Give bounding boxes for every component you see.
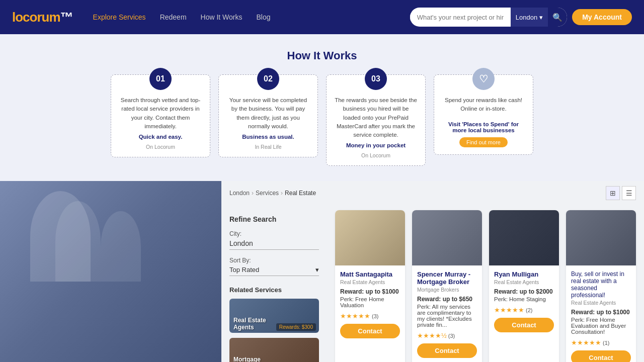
step-4-badge: ♡ [472, 68, 495, 90]
listing-perk-2: Perk: All my services are complimentary … [417, 304, 477, 328]
stars-row-4: ★★★★★ (1) [571, 339, 631, 346]
listing-photo-1 [335, 210, 405, 265]
listing-body-3: Ryan Mulligan Real Estate Agents Reward:… [489, 265, 559, 336]
listing-reward-4: Reward: up to $1000 [571, 309, 631, 316]
review-count-4: (1) [603, 340, 609, 346]
nav-blog[interactable]: Blog [257, 13, 271, 21]
step-1-badge: 01 [149, 68, 172, 90]
stars-row-3: ★★★★★ (2) [494, 306, 554, 314]
listing-reward-2: Reward: up to $650 [417, 296, 477, 303]
body-section: HOUSEFOR SALE SOLD Real Estate London › … [0, 181, 644, 362]
step-3-highlight: Money in your pocket [346, 142, 406, 148]
step-2-text: Your service will be completed by the bu… [226, 96, 310, 131]
chevron-down-icon: ▾ [539, 14, 543, 21]
step-3-card: 03 The rewards you see beside the busine… [326, 74, 426, 166]
related-card-reward-1: Rewards: $300 [276, 323, 316, 331]
listing-name-1: Matt Santagapita [340, 270, 400, 278]
right-panel: London › Services › Real Estate ⊞ ☰ Refi… [221, 181, 644, 362]
nav-how-it-works[interactable]: How It Works [201, 13, 243, 21]
listing-photo-2 [412, 210, 482, 265]
related-card-mortgage[interactable]: Mortgage Brokers Rewards: $450 [229, 338, 319, 362]
breadcrumb-london[interactable]: London [229, 190, 250, 197]
step-2-badge: 02 [257, 68, 279, 90]
step-4-text: Spend your rewards like cash! Online or … [441, 96, 526, 118]
listing-body-4: Buy, sell or invest in real estate with … [566, 265, 636, 362]
sort-select[interactable]: Top Rated ▾ [229, 266, 319, 276]
listing-card-4: Buy, sell or invest in real estate with … [566, 210, 636, 362]
stars-1: ★★★★★ [340, 312, 370, 320]
chevron-down-icon: ▾ [315, 266, 319, 274]
stars-2: ★★★★½ [417, 332, 447, 339]
review-count-1: (3) [372, 313, 378, 319]
find-out-more-button[interactable]: Find out more [459, 137, 508, 147]
listing-name-2: Spencer Murray - Mortgage Broker [417, 270, 477, 286]
listing-perk-4: Perk: Free Home Evaluation and Buyer Con… [571, 317, 631, 335]
breadcrumb-current: Real Estate [285, 190, 316, 197]
step-3-text: The rewards you see beside the business … [334, 96, 418, 139]
listing-body-1: Matt Santagapita Real Estate Agents Rewa… [335, 265, 405, 342]
contact-button-1[interactable]: Contact [340, 324, 400, 338]
breadcrumb: London › Services › Real Estate ⊞ ☰ [221, 181, 644, 200]
related-card-label-2: Mortgage Brokers [229, 354, 276, 362]
search-bar: London ▾ 🔍 [410, 8, 567, 27]
sort-label: Sort By: [229, 257, 319, 264]
listing-category-2: Mortgage Brokers [417, 287, 477, 293]
step-4-card: ♡ Spend your rewards like cash! Online o… [434, 74, 533, 155]
city-value: London [229, 239, 319, 250]
how-it-works-section: How It Works 01 Search through vetted an… [0, 34, 644, 181]
listings-grid: Matt Santagapita Real Estate Agents Rewa… [335, 210, 636, 362]
listing-category-4: Real Estate Agents [571, 300, 631, 306]
header: locorum™ Explore Services Redeem How It … [0, 0, 644, 34]
breadcrumb-services[interactable]: Services [256, 190, 279, 197]
related-card-real-estate[interactable]: Real Estate Agents Rewards: $300 [229, 299, 319, 333]
city-label: City: [229, 230, 319, 237]
logo-text: locorum [12, 10, 60, 25]
review-count-3: (2) [526, 307, 532, 313]
search-button[interactable]: 🔍 [548, 8, 567, 27]
breadcrumb-left: London › Services › Real Estate [229, 190, 316, 197]
step-2-label: In Real Life [255, 144, 281, 150]
listing-reward-3: Reward: up to $2000 [494, 288, 554, 295]
listing-category-3: Real Estate Agents [494, 279, 554, 285]
listing-photo-4 [566, 210, 636, 265]
contact-button-2[interactable]: Contact [417, 343, 477, 358]
my-account-button[interactable]: My Account [572, 9, 632, 25]
step-2-card: 02 Your service will be completed by the… [218, 74, 318, 157]
contact-button-3[interactable]: Contact [494, 318, 554, 332]
related-services-title: Related Services [229, 286, 319, 294]
hero-image: HOUSEFOR SALE SOLD Real Estate [0, 181, 221, 362]
refine-title: Refine Search [229, 215, 319, 223]
main-nav: Explore Services Redeem How It Works Blo… [93, 13, 271, 21]
step-3-label: On Locorum [361, 152, 390, 158]
step-1-highlight: Quick and easy. [139, 134, 183, 140]
grid-view-button[interactable]: ⊞ [606, 186, 620, 200]
location-value: London [516, 14, 537, 21]
listing-name-4: Buy, sell or invest in real estate with … [571, 270, 631, 299]
nav-explore-services[interactable]: Explore Services [93, 13, 146, 21]
nav-redeem[interactable]: Redeem [160, 13, 187, 21]
main-content: Refine Search City: London Sort By: Top … [221, 205, 644, 362]
step-2-highlight: Business as usual. [242, 134, 294, 140]
contact-button-4[interactable]: Contact [571, 350, 631, 362]
logo[interactable]: locorum™ [12, 10, 73, 25]
listing-perk-3: Perk: Home Staging [494, 296, 554, 302]
header-right: London ▾ 🔍 My Account [410, 8, 632, 27]
listing-card-3: Ryan Mulligan Real Estate Agents Reward:… [489, 210, 559, 362]
step-1-text: Search through vetted and top-rated loca… [118, 96, 203, 131]
breadcrumb-sep-2: › [281, 190, 283, 197]
listing-name-3: Ryan Mulligan [494, 270, 554, 278]
listing-reward-1: Reward: up to $1000 [340, 288, 400, 295]
listing-category-1: Real Estate Agents [340, 279, 400, 285]
search-icon: 🔍 [552, 13, 562, 22]
step-4-highlight: Visit 'Places to Spend' for more local b… [441, 121, 526, 133]
sidebar: Refine Search City: London Sort By: Top … [221, 205, 327, 362]
listings-area: Matt Santagapita Real Estate Agents Rewa… [327, 205, 644, 362]
related-card-label-1: Real Estate Agents [229, 315, 276, 333]
list-view-button[interactable]: ☰ [622, 186, 636, 200]
location-select[interactable]: London ▾ [511, 8, 548, 27]
stars-4: ★★★★★ [571, 339, 601, 346]
search-input[interactable] [410, 14, 511, 21]
listing-card-1: Matt Santagapita Real Estate Agents Rewa… [335, 210, 405, 362]
listing-card-2: Spencer Murray - Mortgage Broker Mortgag… [412, 210, 482, 362]
breadcrumb-sep-1: › [252, 190, 254, 197]
